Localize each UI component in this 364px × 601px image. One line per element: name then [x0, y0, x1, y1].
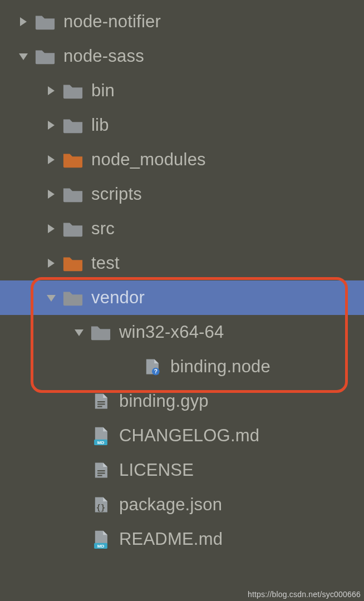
tree-row[interactable]: scripts	[0, 177, 364, 211]
tree-item-label: node_modules	[91, 150, 206, 170]
svg-rect-14	[97, 406, 102, 407]
svg-marker-3	[48, 121, 55, 130]
tree-item-label: binding.node	[170, 357, 270, 377]
tree-item-label: README.md	[119, 529, 223, 549]
svg-rect-17	[97, 470, 105, 471]
svg-rect-18	[97, 472, 105, 474]
tree-item-label: vendor	[91, 288, 145, 308]
svg-rect-12	[97, 401, 105, 402]
unknown-file-icon: ?	[141, 356, 163, 377]
folder-icon	[62, 184, 83, 205]
chevron-down-icon[interactable]	[43, 290, 59, 306]
chevron-down-icon[interactable]	[71, 324, 87, 340]
file-icon	[90, 391, 111, 412]
tree-item-label: binding.gyp	[119, 391, 209, 411]
tree-row[interactable]: node-sass	[0, 39, 364, 73]
tree-row[interactable]: LICENSE	[0, 453, 364, 487]
chevron-right-icon[interactable]	[43, 221, 59, 237]
svg-marker-5	[48, 190, 55, 199]
tree-item-label: node-notifier	[63, 12, 161, 32]
tree-row[interactable]: node_modules	[0, 142, 364, 177]
tree-item-label: LICENSE	[119, 460, 194, 480]
folder-icon	[62, 253, 83, 274]
tree-row[interactable]: src	[0, 211, 364, 246]
svg-text:MD: MD	[97, 544, 105, 549]
tree-item-label: bin	[91, 81, 115, 101]
svg-marker-9	[75, 329, 83, 336]
tree-row[interactable]: test	[0, 246, 364, 280]
chevron-right-icon[interactable]	[43, 255, 59, 271]
chevron-right-icon[interactable]	[16, 14, 31, 29]
tree-item-label: package.json	[119, 495, 222, 515]
folder-icon	[62, 80, 83, 101]
tree-item-label: win32-x64-64	[119, 322, 224, 342]
markdown-file-icon: MD	[90, 529, 111, 550]
chevron-right-icon[interactable]	[43, 186, 59, 202]
tree-item-label: test	[91, 253, 120, 273]
folder-icon	[35, 46, 56, 67]
svg-marker-2	[48, 86, 55, 95]
folder-icon	[62, 218, 83, 239]
svg-marker-8	[47, 295, 56, 302]
svg-marker-0	[20, 17, 27, 26]
watermark-text: https://blog.csdn.net/syc000666	[248, 590, 361, 599]
chevron-right-icon[interactable]	[43, 152, 59, 168]
svg-rect-19	[97, 475, 102, 476]
tree-item-label: CHANGELOG.md	[119, 426, 259, 446]
tree-item-label: lib	[91, 115, 109, 135]
svg-text:MD: MD	[97, 440, 105, 445]
tree-item-label: src	[91, 219, 115, 239]
file-tree: node-notifier node-sass bin lib node_mod…	[0, 0, 364, 556]
svg-marker-4	[48, 155, 55, 164]
svg-rect-13	[97, 403, 105, 405]
tree-row[interactable]: binding.gyp	[0, 384, 364, 418]
tree-row[interactable]: ? binding.node	[0, 349, 364, 384]
svg-marker-1	[19, 53, 28, 60]
tree-item-label: scripts	[91, 184, 142, 204]
chevron-down-icon[interactable]	[16, 48, 31, 64]
folder-icon	[90, 322, 111, 343]
tree-row[interactable]: MD README.md	[0, 522, 364, 556]
tree-item-label: node-sass	[63, 46, 144, 66]
svg-text:{}: {}	[96, 503, 105, 512]
tree-row[interactable]: win32-x64-64	[0, 315, 364, 349]
chevron-right-icon[interactable]	[43, 83, 59, 98]
svg-text:?: ?	[154, 368, 158, 375]
json-file-icon: {}	[90, 494, 111, 515]
folder-icon	[35, 11, 56, 32]
tree-row[interactable]: node-notifier	[0, 4, 364, 39]
markdown-file-icon: MD	[90, 425, 111, 446]
chevron-right-icon[interactable]	[43, 117, 59, 133]
folder-icon	[62, 149, 83, 170]
folder-icon	[62, 287, 83, 308]
tree-row[interactable]: bin	[0, 73, 364, 108]
svg-marker-6	[48, 224, 55, 233]
file-icon	[90, 460, 111, 481]
folder-icon	[62, 115, 83, 136]
tree-row[interactable]: {} package.json	[0, 487, 364, 522]
svg-marker-7	[48, 259, 55, 268]
tree-row[interactable]: vendor	[0, 280, 364, 315]
tree-row[interactable]: MD CHANGELOG.md	[0, 418, 364, 453]
tree-row[interactable]: lib	[0, 108, 364, 142]
